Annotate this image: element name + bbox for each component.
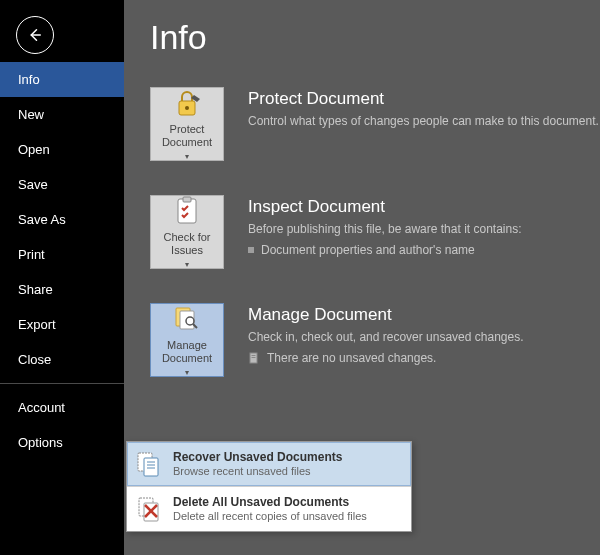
menu-recover-unsaved[interactable]: Recover Unsaved Documents Browse recent … (127, 442, 411, 486)
nav-print[interactable]: Print (0, 237, 124, 272)
inspect-bullet-1: Document properties and author's name (261, 242, 475, 259)
backstage-view: Info New Open Save Save As Print Share E… (0, 0, 600, 555)
nav-save[interactable]: Save (0, 167, 124, 202)
nav-label: Close (18, 352, 51, 367)
nav-info[interactable]: Info (0, 62, 124, 97)
nav-close[interactable]: Close (0, 342, 124, 377)
menu-item-title: Recover Unsaved Documents (173, 450, 342, 464)
svg-rect-10 (252, 355, 256, 356)
nav-open[interactable]: Open (0, 132, 124, 167)
nav-new[interactable]: New (0, 97, 124, 132)
nav-label: Options (18, 435, 63, 450)
section-protect: Protect Document ▾ Protect Document Cont… (150, 87, 600, 161)
nav-save-as[interactable]: Save As (0, 202, 124, 237)
back-button[interactable] (16, 16, 54, 54)
document-icon (248, 352, 260, 364)
manage-document-menu: Recover Unsaved Documents Browse recent … (126, 441, 412, 532)
svg-rect-11 (252, 357, 256, 358)
nav-share[interactable]: Share (0, 272, 124, 307)
manage-line-1: There are no unsaved changes. (267, 350, 436, 367)
nav-label: Print (18, 247, 45, 262)
inspect-sub: Before publishing this file, be aware th… (248, 221, 600, 238)
document-search-icon (171, 303, 203, 335)
checklist-icon (171, 195, 203, 227)
tile-label: Protect Document (153, 123, 221, 148)
nav-account[interactable]: Account (0, 390, 124, 425)
nav-label: Info (18, 72, 40, 87)
nav-label: Export (18, 317, 56, 332)
nav-options[interactable]: Options (0, 425, 124, 460)
square-bullet-icon (248, 247, 254, 253)
lock-icon (171, 87, 203, 119)
manage-document-button[interactable]: Manage Document ▾ (150, 303, 224, 377)
sidebar: Info New Open Save Save As Print Share E… (0, 0, 124, 555)
nav-separator (0, 383, 124, 384)
nav-label: Open (18, 142, 50, 157)
nav-label: New (18, 107, 44, 122)
menu-delete-unsaved[interactable]: Delete All Unsaved Documents Delete all … (127, 487, 411, 531)
menu-item-sub: Browse recent unsaved files (173, 465, 342, 477)
recover-icon (135, 450, 163, 478)
section-manage: Manage Document ▾ Manage Document Check … (150, 303, 600, 377)
tile-label: Manage Document (153, 339, 221, 364)
nav-label: Save As (18, 212, 66, 227)
chevron-down-icon: ▾ (185, 260, 189, 269)
manage-heading: Manage Document (248, 305, 600, 325)
protect-heading: Protect Document (248, 89, 600, 109)
inspect-heading: Inspect Document (248, 197, 600, 217)
check-for-issues-button[interactable]: Check for Issues ▾ (150, 195, 224, 269)
protect-document-button[interactable]: Protect Document ▾ (150, 87, 224, 161)
chevron-down-icon: ▾ (185, 152, 189, 161)
nav-label: Share (18, 282, 53, 297)
menu-item-sub: Delete all recent copies of unsaved file… (173, 510, 367, 522)
menu-item-title: Delete All Unsaved Documents (173, 495, 367, 509)
nav-label: Account (18, 400, 65, 415)
delete-icon (135, 495, 163, 523)
chevron-down-icon: ▾ (185, 368, 189, 377)
svg-rect-6 (180, 311, 194, 329)
nav-label: Save (18, 177, 48, 192)
main-panel: Info Protect Document ▾ Protec (124, 0, 600, 555)
back-arrow-icon (26, 26, 44, 44)
page-title: Info (150, 18, 600, 57)
nav-export[interactable]: Export (0, 307, 124, 342)
svg-point-2 (185, 106, 189, 110)
protect-sub: Control what types of changes people can… (248, 113, 600, 130)
manage-sub: Check in, check out, and recover unsaved… (248, 329, 600, 346)
svg-rect-13 (144, 458, 158, 476)
svg-rect-3 (178, 199, 196, 223)
svg-rect-4 (183, 197, 191, 202)
tile-label: Check for Issues (153, 231, 221, 256)
section-inspect: Check for Issues ▾ Inspect Document Befo… (150, 195, 600, 269)
